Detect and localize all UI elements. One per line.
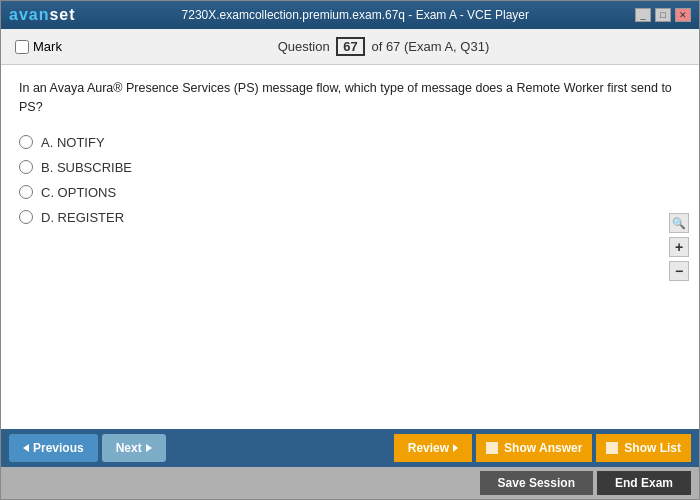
- show-list-icon: [606, 442, 618, 454]
- question-text: In an Avaya Aura® Presence Services (PS)…: [19, 79, 681, 117]
- next-chevron-icon: [146, 444, 152, 452]
- answer-option-a: A. NOTIFY: [19, 135, 681, 150]
- answer-option-d: D. REGISTER: [19, 210, 681, 225]
- mark-container: Mark: [15, 39, 62, 54]
- answer-radio-d[interactable]: [19, 210, 33, 224]
- answer-radio-b[interactable]: [19, 160, 33, 174]
- zoom-out-button[interactable]: −: [669, 261, 689, 281]
- app-window: avanset 7230X.examcollection.premium.exa…: [0, 0, 700, 500]
- answer-label-d: D. REGISTER: [41, 210, 124, 225]
- previous-button[interactable]: Previous: [9, 434, 98, 462]
- window-title: 7230X.examcollection.premium.exam.67q - …: [182, 8, 529, 22]
- answer-label-a: A. NOTIFY: [41, 135, 105, 150]
- answer-label-c: C. OPTIONS: [41, 185, 116, 200]
- show-answer-icon: [486, 442, 498, 454]
- show-answer-button[interactable]: Show Answer: [476, 434, 592, 462]
- window-controls: _ □ ✕: [635, 8, 691, 22]
- end-exam-button[interactable]: End Exam: [597, 471, 691, 495]
- review-button[interactable]: Review: [394, 434, 472, 462]
- review-arrow-icon: [453, 444, 458, 452]
- header-bar: Mark Question 67 of 67 (Exam A, Q31): [1, 29, 699, 65]
- question-number-badge: 67: [336, 37, 364, 56]
- bottom-toolbar: Previous Next Review Show Answer Show Li…: [1, 429, 699, 467]
- minimize-button[interactable]: _: [635, 8, 651, 22]
- maximize-button[interactable]: □: [655, 8, 671, 22]
- zoom-in-button[interactable]: +: [669, 237, 689, 257]
- mark-checkbox[interactable]: [15, 40, 29, 54]
- prev-chevron-icon: [23, 444, 29, 452]
- zoom-search-icon[interactable]: 🔍: [669, 213, 689, 233]
- question-info: Question 67 of 67 (Exam A, Q31): [82, 37, 685, 56]
- close-button[interactable]: ✕: [675, 8, 691, 22]
- answer-option-b: B. SUBSCRIBE: [19, 160, 681, 175]
- save-session-button[interactable]: Save Session: [480, 471, 593, 495]
- answer-radio-c[interactable]: [19, 185, 33, 199]
- next-button[interactable]: Next: [102, 434, 166, 462]
- show-list-button[interactable]: Show List: [596, 434, 691, 462]
- content-area: In an Avaya Aura® Presence Services (PS)…: [1, 65, 699, 429]
- zoom-controls: 🔍 + −: [669, 213, 689, 281]
- question-total: of 67 (Exam A, Q31): [371, 39, 489, 54]
- answer-option-c: C. OPTIONS: [19, 185, 681, 200]
- question-label: Question: [278, 39, 330, 54]
- answer-radio-a[interactable]: [19, 135, 33, 149]
- title-bar: avanset 7230X.examcollection.premium.exa…: [1, 1, 699, 29]
- answer-label-b: B. SUBSCRIBE: [41, 160, 132, 175]
- footer-bar: Save Session End Exam: [1, 467, 699, 499]
- app-logo: avanset: [9, 6, 76, 24]
- mark-label: Mark: [33, 39, 62, 54]
